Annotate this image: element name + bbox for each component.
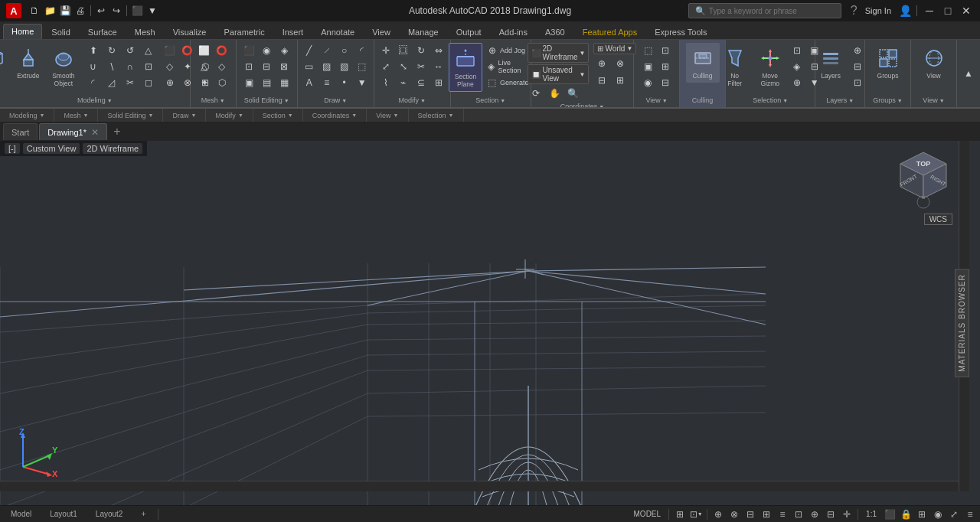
view5[interactable]: ◉: [639, 75, 656, 90]
se1[interactable]: ⬛: [240, 43, 257, 58]
isolate-btn[interactable]: ◉: [931, 507, 945, 521]
dyn-btn[interactable]: ⊞: [760, 507, 773, 521]
move-gizmo-btn[interactable]: MoveGizmo: [753, 43, 787, 90]
panel-label-modify[interactable]: Modify ▼: [206, 109, 253, 122]
line-btn[interactable]: ╱: [301, 43, 318, 58]
union-btn[interactable]: ∪: [85, 59, 102, 74]
mesh3[interactable]: △: [196, 59, 213, 74]
array-btn[interactable]: ⊞: [430, 75, 447, 90]
view-large-btn[interactable]: View: [917, 43, 951, 83]
world-dropdown[interactable]: ⊞ World ▼: [593, 43, 636, 54]
tool1[interactable]: ⬛: [162, 43, 178, 58]
revolve-btn[interactable]: ↺: [122, 43, 139, 58]
chamfer-btn[interactable]: ◿: [103, 75, 120, 90]
view1[interactable]: ⬚: [639, 43, 656, 58]
tab-insert[interactable]: Insert: [274, 24, 312, 39]
lock-ui-btn[interactable]: 🔒: [899, 507, 913, 521]
tab-a360[interactable]: A360: [537, 24, 573, 39]
scale-btn[interactable]: ⤢: [377, 59, 394, 74]
polar-btn[interactable]: ⊕: [711, 507, 725, 521]
mesh6[interactable]: ⬡: [214, 75, 230, 90]
se4[interactable]: ⊡: [240, 59, 257, 74]
scrollbar-bottom[interactable]: [0, 481, 959, 491]
tab-visualize[interactable]: Visualize: [165, 24, 215, 39]
scale-label-btn[interactable]: 1:1: [862, 507, 880, 521]
solid-hist-btn[interactable]: ⊡: [140, 59, 157, 74]
mesh-expand-icon[interactable]: ▼: [220, 98, 225, 103]
section-expand-icon[interactable]: ▼: [500, 98, 505, 103]
layout1-tab[interactable]: Layout1: [42, 507, 85, 522]
intersect-btn[interactable]: ∩: [122, 59, 139, 74]
culling-btn[interactable]: Culling: [686, 43, 720, 83]
search-bar[interactable]: 🔍 Type a keyword or phrase: [688, 3, 841, 18]
panel-label-view[interactable]: View ▼: [367, 109, 408, 122]
restore-btn[interactable]: □: [940, 3, 956, 18]
add-layout-btn[interactable]: +: [133, 507, 153, 522]
tab-manage[interactable]: Manage: [400, 24, 447, 39]
gizmo-btn[interactable]: ✛: [840, 507, 854, 521]
tab-mesh[interactable]: Mesh: [126, 24, 164, 39]
view4[interactable]: ⊞: [657, 59, 674, 74]
box-btn[interactable]: Box: [0, 43, 10, 83]
slice-btn[interactable]: ✂: [122, 75, 139, 90]
se2[interactable]: ◉: [258, 43, 275, 58]
selection-expand-icon[interactable]: ▼: [782, 98, 788, 103]
open-btn[interactable]: 📁: [43, 4, 57, 18]
rotate-btn[interactable]: ↻: [413, 43, 430, 58]
plot-btn[interactable]: 🖨: [74, 4, 87, 18]
panel-label-section[interactable]: Section ▼: [253, 109, 303, 122]
shell-btn[interactable]: ◻: [140, 75, 157, 90]
layer1[interactable]: ⊕: [849, 43, 866, 58]
fullscreen-btn[interactable]: ⤢: [947, 507, 961, 521]
se5[interactable]: ⊟: [258, 59, 275, 74]
panel-label-selection[interactable]: Selection ▼: [409, 109, 464, 122]
se7[interactable]: ▣: [240, 75, 257, 90]
sweep-btn[interactable]: ↻: [103, 43, 120, 58]
grid-btn[interactable]: ⊞: [673, 507, 687, 521]
tool7[interactable]: ⊕: [162, 75, 178, 90]
gen-section-btn[interactable]: ⬚Generate: [484, 75, 533, 90]
panel-label-solid-editing[interactable]: Solid Editing ▼: [98, 109, 163, 122]
presspull-btn[interactable]: ⬆: [85, 43, 102, 58]
sel3[interactable]: ◈: [789, 59, 805, 74]
mesh5[interactable]: ✦: [196, 75, 213, 90]
view-cube[interactable]: TOP FRONT RIGHT N: [893, 148, 954, 210]
layer2[interactable]: ⊟: [849, 59, 866, 74]
panel-label-coordinates[interactable]: Coordinates ▼: [303, 109, 367, 122]
otrack-btn[interactable]: ⊗: [727, 507, 741, 521]
se6[interactable]: ⊠: [276, 59, 292, 74]
se3[interactable]: ◈: [276, 43, 292, 58]
user-icon[interactable]: 👤: [899, 5, 912, 17]
zoom-btn[interactable]: 🔍: [564, 86, 581, 101]
panel-label-modeling[interactable]: Modeling ▼: [0, 109, 54, 122]
tab-solid[interactable]: Solid: [43, 24, 78, 39]
extrude-btn[interactable]: Extrude: [11, 43, 45, 83]
stretch-btn[interactable]: ⤡: [395, 59, 412, 74]
tab-express[interactable]: Express Tools: [646, 24, 715, 39]
tab-parametric[interactable]: Parametric: [215, 24, 273, 39]
view-expand-icon[interactable]: ▼: [662, 98, 668, 103]
new-tab-btn[interactable]: +: [109, 123, 126, 140]
solid-editing-expand-icon[interactable]: ▼: [284, 98, 289, 103]
circle-btn[interactable]: ○: [336, 43, 353, 58]
mesh1[interactable]: ⬜: [196, 43, 213, 58]
tpress-btn[interactable]: ⊡: [792, 507, 805, 521]
extend-btn[interactable]: ↔: [430, 59, 447, 74]
ribbon-collapse-btn[interactable]: ▲: [960, 66, 977, 81]
trim-btn[interactable]: ✂: [413, 59, 430, 74]
tab-addins[interactable]: Add-ins: [491, 24, 536, 39]
groups-btn[interactable]: Groups: [871, 43, 905, 83]
workspace-btn[interactable]: ⬛: [130, 4, 144, 18]
se9[interactable]: ▦: [276, 75, 292, 90]
move-btn[interactable]: ✛: [377, 43, 394, 58]
view2[interactable]: ⊡: [657, 43, 674, 58]
join-btn[interactable]: ⌁: [395, 75, 412, 90]
mirror-btn[interactable]: ⇔: [430, 43, 447, 58]
model-label-btn[interactable]: MODEL: [630, 507, 665, 521]
tab-annotate[interactable]: Annotate: [312, 24, 363, 39]
undo-btn[interactable]: ↩: [94, 4, 108, 18]
tab-start[interactable]: Start: [3, 123, 38, 140]
minimize-btn[interactable]: ─: [922, 3, 937, 18]
layout2-tab[interactable]: Layout2: [88, 507, 131, 522]
close-btn[interactable]: ✕: [959, 3, 974, 18]
